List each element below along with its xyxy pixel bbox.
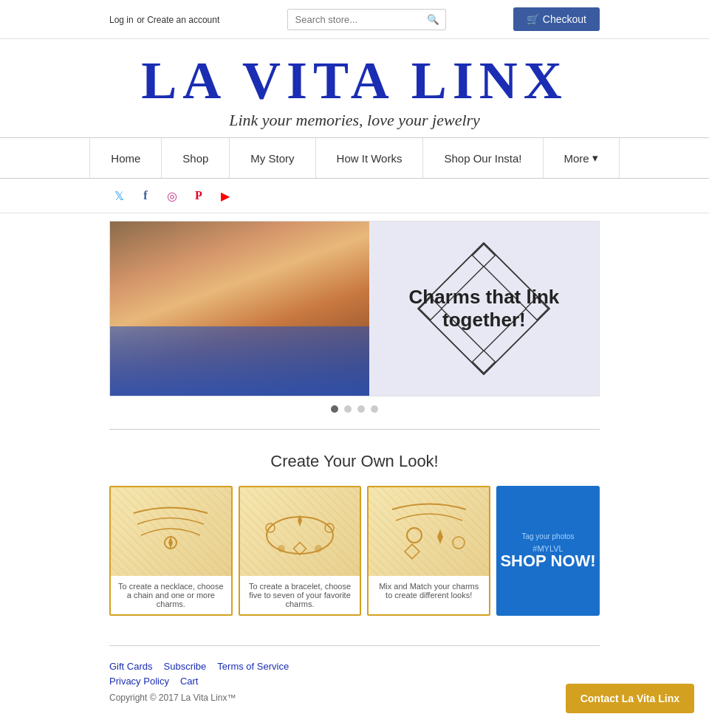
svg-point-14: [315, 545, 322, 552]
svg-rect-12: [294, 543, 306, 555]
tag-photos-text: Tag your photos: [521, 532, 574, 540]
svg-marker-16: [437, 529, 443, 544]
search-button[interactable]: 🔍: [421, 10, 445, 30]
footer-link-subscribe[interactable]: Subscribe: [164, 661, 207, 672]
mix-caption: Mix and Match your charms to create diff…: [369, 576, 489, 605]
nav-label-story: My Story: [250, 152, 294, 165]
svg-rect-2: [473, 244, 496, 267]
svg-point-6: [165, 537, 177, 549]
logo-tagline: Link your memories, love your jewelry: [0, 111, 709, 130]
mix-card-image: [369, 487, 489, 576]
search-form: 🔍: [287, 9, 446, 30]
nav-label-insta: Shop Our Insta!: [444, 152, 521, 165]
pinterest-icon: P: [195, 189, 202, 202]
footer-link-privacy[interactable]: Privacy Policy: [109, 676, 169, 687]
carousel-dot-1[interactable]: [331, 405, 338, 413]
footer-copyright: Copyright © 2017 La Vita Linx™: [109, 693, 600, 703]
create-account-link[interactable]: Create an account: [147, 15, 219, 25]
svg-rect-18: [405, 544, 419, 559]
necklace-card: To create a necklace, choose a chain and…: [109, 486, 233, 616]
facebook-link[interactable]: f: [136, 186, 155, 205]
nav-label-shop: Shop: [182, 152, 208, 165]
svg-marker-10: [298, 515, 302, 526]
logo-title: LA VITA LINX: [0, 54, 709, 107]
top-bar: Log in or Create an account 🔍 🛒 Checkout: [0, 0, 709, 39]
social-bar: 𝕏 f ◎ P ▶: [0, 179, 709, 213]
create-title: Create Your Own Look!: [109, 452, 600, 471]
carousel-dots: [109, 396, 600, 422]
nav-bar: Home Shop My Story How It Works Shop Our…: [0, 138, 709, 179]
hero-section: Charms that link together!: [109, 221, 600, 422]
hero-banner: Charms that link together!: [109, 221, 600, 396]
or-separator: or: [137, 15, 147, 25]
shop-now-card[interactable]: Tag your photos #MYLVL SHOP NOW!: [496, 486, 600, 616]
instagram-link[interactable]: ◎: [162, 186, 182, 205]
necklace-illustration: [126, 498, 215, 565]
youtube-link[interactable]: ▶: [216, 186, 235, 205]
necklace-caption: To create a necklace, choose a chain and…: [111, 576, 231, 614]
footer-link-terms[interactable]: Terms of Service: [217, 661, 289, 672]
twitter-icon: 𝕏: [114, 189, 124, 203]
nav-item-how[interactable]: How It Works: [316, 138, 424, 178]
nav-item-home[interactable]: Home: [89, 138, 162, 178]
auth-links: Log in or Create an account: [109, 13, 219, 26]
footer-links-row2: Privacy Policy Cart: [109, 676, 600, 687]
svg-point-9: [266, 523, 275, 532]
bracelet-card-image: [240, 487, 360, 576]
svg-point-13: [278, 545, 285, 552]
bracelet-illustration: [256, 498, 344, 565]
footer-links: Gift Cards Subscribe Terms of Service: [109, 661, 600, 672]
search-input[interactable]: [288, 10, 421, 30]
svg-point-8: [267, 517, 333, 554]
shop-now-text: SHOP NOW!: [500, 553, 595, 569]
bracelet-card: To create a bracelet, choose five to sev…: [239, 486, 362, 616]
carousel-dot-4[interactable]: [371, 405, 378, 413]
cart-icon: 🛒: [527, 13, 539, 25]
nav-label-how: How It Works: [337, 152, 403, 165]
svg-rect-3: [473, 351, 496, 374]
carousel-dot-2[interactable]: [344, 405, 352, 413]
hero-charm-text: Charms that link together!: [384, 286, 584, 332]
nav-label-more: More: [564, 152, 589, 165]
svg-point-17: [453, 537, 465, 549]
checkout-button[interactable]: 🛒 Checkout: [513, 7, 600, 31]
carousel-dot-3[interactable]: [357, 405, 365, 413]
create-section: Create Your Own Look! To create a neckla…: [0, 430, 709, 631]
nav-label-home: Home: [111, 152, 140, 165]
mix-card: Mix and Match your charms to create diff…: [367, 486, 490, 616]
facebook-icon: f: [143, 189, 147, 202]
footer-link-cart[interactable]: Cart: [180, 676, 199, 687]
mix-illustration: [385, 498, 473, 565]
checkout-label: Checkout: [543, 13, 586, 25]
hero-photo: [110, 222, 369, 396]
pinterest-link[interactable]: P: [189, 186, 208, 205]
create-grid: To create a necklace, choose a chain and…: [109, 486, 600, 616]
instagram-icon: ◎: [167, 189, 177, 203]
svg-point-15: [407, 528, 422, 543]
nav-item-story[interactable]: My Story: [230, 138, 315, 178]
svg-marker-7: [168, 537, 173, 549]
login-link[interactable]: Log in: [109, 15, 134, 25]
necklace-card-image: [111, 487, 231, 576]
contact-button[interactable]: Contact La Vita Linx: [566, 684, 694, 710]
youtube-icon: ▶: [221, 189, 230, 203]
bracelet-caption: To create a bracelet, choose five to sev…: [240, 576, 360, 614]
nav-item-shop[interactable]: Shop: [162, 138, 230, 178]
hero-photo-inner: [110, 222, 369, 396]
svg-point-11: [325, 523, 334, 532]
logo-section: LA VITA LINX Link your memories, love yo…: [0, 39, 709, 138]
nav-item-insta[interactable]: Shop Our Insta!: [423, 138, 543, 178]
chevron-down-icon: ▾: [592, 151, 598, 165]
footer-link-gift[interactable]: Gift Cards: [109, 661, 153, 672]
twitter-link[interactable]: 𝕏: [109, 186, 129, 205]
nav-item-more[interactable]: More ▾: [544, 138, 620, 178]
hero-right: Charms that link together!: [369, 222, 599, 396]
